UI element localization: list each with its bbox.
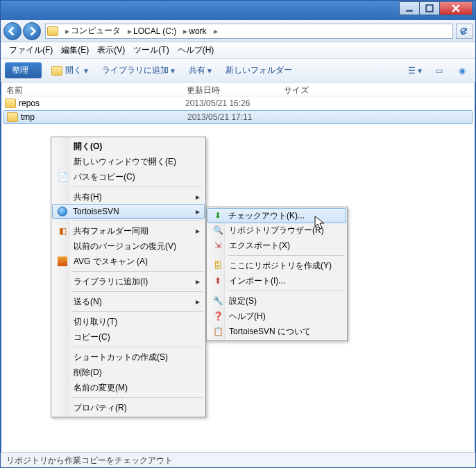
column-name[interactable]: 名前 (1, 85, 181, 96)
menu-tools[interactable]: ツール(T) (129, 43, 173, 58)
folder-icon (5, 98, 16, 108)
ctx-open-new-window[interactable]: 新しいウィンドウで開く(E) (53, 154, 204, 169)
folder-open-icon (51, 66, 62, 76)
repo-browser-icon: 🔍 (212, 225, 223, 236)
chevron-right-icon: ▸ (196, 277, 200, 286)
ctx-delete[interactable]: 削除(D) (53, 365, 204, 380)
svn-repo-browser[interactable]: 🔍リポジトリブラウザー(R) (208, 223, 346, 238)
ctx-tortoisesvn[interactable]: TortoiseSVN▸ (52, 204, 205, 219)
ctx-avg-scan[interactable]: AVG でスキャン (A) (53, 254, 204, 269)
ctx-properties[interactable]: プロパティ(R) (53, 400, 204, 415)
svn-help[interactable]: ❓ヘルプ(H) (208, 309, 346, 324)
ctx-restore-previous[interactable]: 以前のバージョンの復元(V) (53, 239, 204, 254)
export-icon: ⇲ (212, 240, 223, 251)
close-button[interactable] (439, 1, 473, 15)
menubar: ファイル(F) 編集(E) 表示(V) ツール(T) ヘルプ(H) (1, 42, 475, 59)
navbar: ▸コンピュータ ▸LOCAL (C:) ▸work ▸ (1, 20, 475, 42)
svn-checkout[interactable]: ⬇チェックアウト(K)... (207, 208, 346, 223)
ctx-share[interactable]: 共有(H)▸ (53, 189, 204, 205)
breadcrumb-root[interactable]: コンピュータ (71, 25, 121, 37)
menu-help[interactable]: ヘルプ(H) (173, 43, 219, 58)
help-icon: ❓ (212, 311, 223, 322)
address-bar[interactable]: ▸コンピュータ ▸LOCAL (C:) ▸work ▸ (45, 24, 453, 39)
share-button[interactable]: 共有 ▾ (185, 63, 216, 78)
column-size[interactable]: サイズ (278, 85, 348, 96)
maximize-button[interactable] (419, 1, 440, 15)
sync-icon: ◧ (57, 225, 68, 236)
view-options-icon[interactable]: ☰ ▾ (406, 63, 424, 78)
breadcrumb-drive[interactable]: LOCAL (C:) (133, 26, 176, 36)
chevron-right-icon: ▸ (196, 297, 200, 306)
breadcrumb-folder[interactable]: work (189, 26, 206, 36)
folder-icon (7, 112, 18, 122)
list-item[interactable]: repos 2013/05/21 16:26 (1, 96, 475, 110)
column-date[interactable]: 更新日時 (181, 85, 278, 96)
file-list: repos 2013/05/21 16:26 tmp 2013/05/21 17… (1, 96, 475, 124)
ctx-create-shortcut[interactable]: ショートカットの作成(S) (53, 349, 204, 365)
help-icon[interactable]: ◉ (453, 63, 471, 78)
checkout-icon: ⬇ (212, 210, 223, 221)
back-button[interactable] (3, 22, 22, 40)
open-button[interactable]: 開く ▾ (47, 63, 92, 78)
refresh-button[interactable] (456, 24, 473, 39)
tortoisesvn-icon (57, 206, 68, 217)
menu-file[interactable]: ファイル(F) (5, 43, 57, 58)
newfolder-button[interactable]: 新しいフォルダー (221, 63, 296, 78)
toolbar: 整理 ▾ 開く ▾ ライブラリに追加 ▾ 共有 ▾ 新しいフォルダー ☰ ▾ ▭… (1, 59, 475, 83)
svn-export[interactable]: ⇲エクスポート(X) (208, 238, 346, 253)
chevron-right-icon: ▸ (196, 226, 200, 236)
folder-icon (47, 26, 58, 36)
forward-button[interactable] (23, 22, 41, 40)
document-icon: 📄 (57, 171, 68, 182)
ctx-cut[interactable]: 切り取り(T) (53, 314, 204, 329)
ctx-add-library[interactable]: ライブラリに追加(I)▸ (53, 274, 204, 289)
ctx-rename[interactable]: 名前の変更(M) (53, 380, 204, 395)
chevron-right-icon: ▸ (196, 192, 200, 202)
about-icon: 📋 (212, 326, 223, 337)
ctx-shared-folder-sync[interactable]: ◧共有フォルダー同期▸ (53, 223, 204, 239)
svn-create-repo[interactable]: 🗄ここにリポジトリを作成(Y) (208, 258, 346, 273)
statusbar: リポジトリから作業コピーをチェックアウト (1, 452, 475, 467)
create-repo-icon: 🗄 (212, 260, 223, 271)
list-item[interactable]: tmp 2013/05/21 17:11 (3, 110, 473, 124)
titlebar[interactable] (1, 1, 475, 20)
ctx-copy-path[interactable]: 📄パスをコピー(C) (53, 169, 204, 184)
explorer-window: ▸コンピュータ ▸LOCAL (C:) ▸work ▸ ファイル(F) 編集(E… (0, 0, 476, 468)
svg-rect-1 (426, 5, 433, 12)
preview-pane-icon[interactable]: ▭ (430, 63, 448, 78)
svn-settings[interactable]: 🔧設定(S) (208, 293, 346, 309)
ctx-copy[interactable]: コピー(C) (53, 329, 204, 345)
tortoisesvn-submenu: ⬇チェックアウト(K)... 🔍リポジトリブラウザー(R) ⇲エクスポート(X)… (206, 207, 348, 341)
library-button[interactable]: ライブラリに追加 ▾ (98, 63, 179, 78)
svn-import[interactable]: ⬆インポート(I)... (208, 273, 346, 288)
arrange-button[interactable]: 整理 ▾ (5, 62, 42, 78)
ctx-send-to[interactable]: 送る(N)▸ (53, 294, 204, 309)
menu-edit[interactable]: 編集(E) (57, 43, 93, 58)
ctx-open[interactable]: 開く(O) (53, 139, 204, 154)
import-icon: ⬆ (212, 275, 223, 286)
avg-icon (57, 256, 68, 267)
column-headers: 名前 更新日時 サイズ (1, 83, 475, 96)
svn-about[interactable]: 📋TortoiseSVN について (208, 324, 346, 339)
settings-icon: 🔧 (212, 295, 223, 306)
minimize-button[interactable] (399, 1, 420, 15)
menu-view[interactable]: 表示(V) (93, 43, 129, 58)
context-menu: 開く(O) 新しいウィンドウで開く(E) 📄パスをコピー(C) 共有(H)▸ T… (51, 137, 206, 417)
chevron-right-icon: ▸ (196, 207, 200, 216)
